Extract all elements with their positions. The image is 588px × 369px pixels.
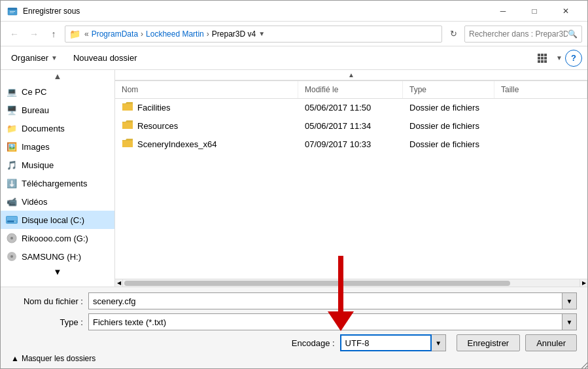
filename-label: Nom du fichier : [11, 296, 83, 306]
type-dropdown-arrow[interactable]: ▼ [562, 313, 577, 330]
file-list-scroll-up[interactable]: ▲ [115, 70, 587, 80]
sidebar-item-samsung[interactable]: SAMSUNG (H:) [1, 247, 114, 266]
sidebar-item-label-images: Images [22, 142, 50, 152]
sidebar-item-label-rikoooo: Rikoooo.com (G:) [22, 234, 88, 243]
masquer-label: Masquer les dossiers [22, 354, 95, 363]
svg-rect-4 [538, 54, 540, 56]
file-list-scroll-up-icon: ▲ [348, 71, 355, 79]
scroll-left-btn[interactable]: ◀ [115, 279, 123, 287]
bureau-icon: 🖥️ [6, 104, 18, 116]
sidebar-item-ce-pc[interactable]: 💻 Ce PC [1, 82, 114, 101]
sidebar-scroll-down[interactable]: ▼ [1, 266, 114, 278]
resize-handle[interactable] [579, 360, 587, 368]
breadcrumb-folder-icon: 📁 [69, 29, 80, 39]
back-button[interactable]: ← [6, 26, 23, 43]
breadcrumb-item-programdata[interactable]: ProgramData [92, 29, 138, 39]
forward-button[interactable]: → [26, 26, 43, 43]
file-name-resources: Resources [122, 120, 305, 132]
file-modified-facilities: 05/06/2017 11:50 [305, 103, 409, 113]
type-input[interactable] [88, 313, 562, 330]
filename-dropdown-arrow[interactable]: ▼ [562, 292, 577, 309]
sidebar-item-documents[interactable]: 📁 Documents [1, 119, 114, 137]
file-type-resources: Dossier de fichiers [409, 121, 501, 131]
breadcrumb-sep-start: « [84, 29, 89, 39]
cancel-button[interactable]: Annuler [525, 334, 577, 351]
table-row[interactable]: SceneryIndexes_x64 07/09/2017 10:33 Doss… [115, 135, 587, 154]
sidebar-item-bureau[interactable]: 🖥️ Bureau [1, 101, 114, 119]
svg-rect-8 [541, 57, 544, 60]
breadcrumb-sep-2: › [207, 29, 209, 39]
column-headers: Nom Modifié le Type Taille [115, 81, 587, 99]
sidebar-scroll-up[interactable]: ▲ [1, 70, 114, 82]
sidebar: ▲ 💻 Ce PC 🖥️ Bureau 📁 Documents 🖼️ Image… [1, 70, 115, 287]
address-bar: ← → ↑ 📁 « ProgramData › Lockheed Martin … [1, 22, 587, 46]
svg-rect-11 [541, 60, 544, 63]
close-button[interactable]: ✕ [551, 5, 581, 18]
file-list-header: ▲ [115, 70, 587, 81]
col-header-taille[interactable]: Taille [494, 81, 587, 98]
svg-rect-10 [538, 60, 540, 63]
sidebar-item-label-videos: Vidéos [22, 197, 48, 207]
filename-input[interactable] [88, 292, 562, 309]
sidebar-item-telechargements[interactable]: ⬇️ Téléchargements [1, 174, 114, 192]
organize-button[interactable]: Organiser ▼ [6, 50, 63, 65]
file-type-facilities: Dossier de fichiers [409, 103, 501, 113]
help-button[interactable]: ? [565, 50, 582, 67]
search-input[interactable] [469, 29, 568, 39]
file-type-scenery: Dossier de fichiers [409, 139, 501, 149]
col-header-modifie[interactable]: Modifié le [298, 81, 403, 98]
filename-row: Nom du fichier : ▼ [11, 292, 577, 309]
folder-icon-facilities [122, 101, 133, 114]
breadcrumb-sep-1: › [141, 29, 143, 39]
sidebar-item-images[interactable]: 🖼️ Images [1, 137, 114, 156]
maximize-button[interactable]: □ [519, 5, 549, 18]
table-row[interactable]: Facilities 05/06/2017 11:50 Dossier de f… [115, 99, 587, 117]
minimize-button[interactable]: ─ [488, 5, 518, 18]
masquer-button[interactable]: ▲ Masquer les dossiers [11, 354, 95, 363]
col-header-type[interactable]: Type [403, 81, 494, 98]
masquer-arrow-icon: ▲ [11, 354, 19, 363]
sidebar-item-videos[interactable]: 📹 Vidéos [1, 192, 114, 211]
svg-rect-24 [122, 141, 133, 147]
svg-rect-9 [544, 57, 547, 60]
svg-point-19 [10, 237, 13, 239]
refresh-button[interactable]: ↻ [445, 26, 462, 43]
svg-rect-5 [541, 54, 544, 56]
breadcrumb-dropdown-icon[interactable]: ▼ [258, 30, 265, 37]
breadcrumb-item-prepar3d[interactable]: Prepar3D v4 [212, 29, 256, 39]
svg-point-21 [10, 255, 13, 258]
scroll-right-btn[interactable]: ▶ [579, 279, 587, 287]
encoding-input[interactable] [340, 334, 432, 351]
svg-rect-2 [10, 11, 15, 12]
type-label: Type : [11, 317, 83, 327]
dialog-title: Enregistrer sous [23, 7, 488, 16]
view-dropdown-icon[interactable]: ▼ [556, 54, 562, 62]
sidebar-item-label-musique: Musique [22, 160, 54, 170]
samsung-icon [6, 251, 18, 262]
bottom-area: Nom du fichier : ▼ Type : ▼ Encodage : ▼… [1, 287, 587, 368]
svg-point-16 [14, 220, 16, 222]
view-button[interactable] [534, 50, 553, 67]
encoding-dropdown-arrow[interactable]: ▼ [432, 334, 446, 351]
images-icon: 🖼️ [6, 141, 18, 152]
search-box: 🔍 [464, 26, 582, 43]
sidebar-item-disque-local[interactable]: Disque local (C:) [1, 211, 114, 229]
scrollbar-thumb[interactable] [124, 281, 510, 286]
sidebar-item-label-samsung: SAMSUNG (H:) [22, 252, 81, 262]
new-folder-label: Nouveau dossier [73, 53, 137, 63]
table-row[interactable]: Resources 05/06/2017 11:34 Dossier de fi… [115, 117, 587, 135]
save-button[interactable]: Enregistrer [457, 334, 521, 351]
type-input-wrap: ▼ [88, 313, 577, 330]
encoding-input-wrap: ▼ [340, 334, 446, 351]
sidebar-item-musique[interactable]: 🎵 Musique [1, 156, 114, 174]
file-name-facilities: Facilities [122, 101, 305, 114]
up-button[interactable]: ↑ [45, 26, 62, 43]
breadcrumb-item-lockheed[interactable]: Lockheed Martin [146, 29, 204, 39]
svg-rect-7 [538, 57, 540, 60]
sidebar-item-rikoooo[interactable]: Rikoooo.com (G:) [1, 229, 114, 247]
sidebar-scroll-up-icon: ▲ [54, 71, 62, 81]
new-folder-button[interactable]: Nouveau dossier [68, 50, 143, 65]
horizontal-scrollbar[interactable]: ◀ ▶ [115, 279, 587, 287]
scrollbar-track [124, 281, 578, 286]
col-header-nom[interactable]: Nom [115, 81, 298, 98]
